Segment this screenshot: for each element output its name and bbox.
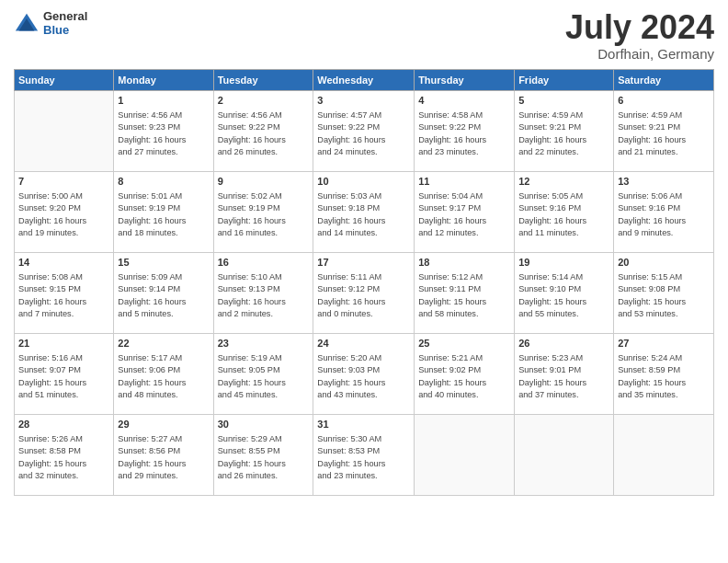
header: General Blue July 2024 Dorfhain, Germany <box>14 9 714 62</box>
calendar-day-cell: 1Sunrise: 4:56 AM Sunset: 9:23 PM Daylig… <box>114 90 213 171</box>
day-info: Sunrise: 5:26 AM Sunset: 8:58 PM Dayligh… <box>18 433 109 482</box>
calendar-day-cell: 5Sunrise: 4:59 AM Sunset: 9:21 PM Daylig… <box>515 90 614 171</box>
logo-blue: Blue <box>43 23 87 37</box>
calendar-week-row: 14Sunrise: 5:08 AM Sunset: 9:15 PM Dayli… <box>15 252 714 333</box>
day-info: Sunrise: 4:58 AM Sunset: 9:22 PM Dayligh… <box>418 109 510 158</box>
calendar-day-cell: 14Sunrise: 5:08 AM Sunset: 9:15 PM Dayli… <box>15 252 114 333</box>
calendar-day-cell: 8Sunrise: 5:01 AM Sunset: 9:19 PM Daylig… <box>114 171 213 252</box>
day-number: 29 <box>118 418 209 431</box>
day-info: Sunrise: 5:02 AM Sunset: 9:19 PM Dayligh… <box>218 190 310 239</box>
day-number: 4 <box>418 94 510 108</box>
day-number: 10 <box>317 175 410 189</box>
day-number: 6 <box>618 94 710 108</box>
day-info: Sunrise: 4:59 AM Sunset: 9:21 PM Dayligh… <box>518 109 609 158</box>
day-number: 21 <box>18 337 109 350</box>
day-number: 30 <box>218 418 310 431</box>
day-info: Sunrise: 5:30 AM Sunset: 8:53 PM Dayligh… <box>317 433 410 482</box>
day-number: 25 <box>418 337 510 350</box>
day-info: Sunrise: 5:08 AM Sunset: 9:15 PM Dayligh… <box>18 271 109 320</box>
day-number: 20 <box>618 256 710 270</box>
calendar-day-cell: 17Sunrise: 5:11 AM Sunset: 9:12 PM Dayli… <box>313 252 415 333</box>
calendar-container: General Blue July 2024 Dorfhain, Germany… <box>0 0 728 563</box>
weekday-header: Monday <box>114 69 213 90</box>
calendar-day-cell: 4Sunrise: 4:58 AM Sunset: 9:22 PM Daylig… <box>415 90 515 171</box>
calendar-day-cell: 22Sunrise: 5:17 AM Sunset: 9:06 PM Dayli… <box>114 333 213 414</box>
day-number: 14 <box>18 256 109 270</box>
logo-icon <box>14 10 40 36</box>
calendar-day-cell: 9Sunrise: 5:02 AM Sunset: 9:19 PM Daylig… <box>213 171 313 252</box>
calendar-day-cell: 3Sunrise: 4:57 AM Sunset: 9:22 PM Daylig… <box>313 90 415 171</box>
calendar-day-cell <box>15 90 114 171</box>
calendar-day-cell: 30Sunrise: 5:29 AM Sunset: 8:55 PM Dayli… <box>213 414 313 495</box>
day-number: 3 <box>317 94 410 108</box>
calendar-day-cell: 6Sunrise: 4:59 AM Sunset: 9:21 PM Daylig… <box>614 90 714 171</box>
day-info: Sunrise: 5:01 AM Sunset: 9:19 PM Dayligh… <box>118 190 209 239</box>
day-number: 1 <box>118 94 209 108</box>
day-number: 23 <box>218 337 310 350</box>
day-number: 16 <box>218 256 310 270</box>
day-info: Sunrise: 5:24 AM Sunset: 8:59 PM Dayligh… <box>618 352 710 401</box>
day-info: Sunrise: 5:19 AM Sunset: 9:05 PM Dayligh… <box>218 352 310 401</box>
location: Dorfhain, Germany <box>565 46 714 62</box>
day-number: 12 <box>518 175 609 189</box>
calendar-week-row: 21Sunrise: 5:16 AM Sunset: 9:07 PM Dayli… <box>15 333 714 414</box>
calendar-day-cell: 31Sunrise: 5:30 AM Sunset: 8:53 PM Dayli… <box>313 414 415 495</box>
day-info: Sunrise: 5:29 AM Sunset: 8:55 PM Dayligh… <box>218 433 310 482</box>
weekday-header-row: SundayMondayTuesdayWednesdayThursdayFrid… <box>15 69 714 90</box>
calendar-day-cell: 2Sunrise: 4:56 AM Sunset: 9:22 PM Daylig… <box>213 90 313 171</box>
day-info: Sunrise: 4:56 AM Sunset: 9:22 PM Dayligh… <box>218 109 310 158</box>
calendar-day-cell <box>415 414 515 495</box>
calendar-day-cell: 19Sunrise: 5:14 AM Sunset: 9:10 PM Dayli… <box>515 252 614 333</box>
calendar-day-cell: 26Sunrise: 5:23 AM Sunset: 9:01 PM Dayli… <box>515 333 614 414</box>
day-number: 27 <box>618 337 710 350</box>
day-info: Sunrise: 5:06 AM Sunset: 9:16 PM Dayligh… <box>618 190 710 239</box>
weekday-header: Tuesday <box>213 69 313 90</box>
calendar-day-cell <box>515 414 614 495</box>
calendar-day-cell: 16Sunrise: 5:10 AM Sunset: 9:13 PM Dayli… <box>213 252 313 333</box>
day-number: 7 <box>18 175 109 189</box>
day-number: 19 <box>518 256 609 270</box>
day-number: 22 <box>118 337 209 350</box>
day-number: 17 <box>317 256 410 270</box>
day-number: 11 <box>418 175 510 189</box>
calendar-week-row: 28Sunrise: 5:26 AM Sunset: 8:58 PM Dayli… <box>15 414 714 495</box>
day-info: Sunrise: 5:15 AM Sunset: 9:08 PM Dayligh… <box>618 271 710 320</box>
day-number: 24 <box>317 337 410 350</box>
calendar-day-cell: 21Sunrise: 5:16 AM Sunset: 9:07 PM Dayli… <box>15 333 114 414</box>
day-info: Sunrise: 5:09 AM Sunset: 9:14 PM Dayligh… <box>118 271 209 320</box>
day-number: 15 <box>118 256 209 270</box>
weekday-header: Saturday <box>614 69 714 90</box>
day-info: Sunrise: 5:21 AM Sunset: 9:02 PM Dayligh… <box>418 352 510 401</box>
weekday-header: Wednesday <box>313 69 415 90</box>
title-block: July 2024 Dorfhain, Germany <box>565 9 714 62</box>
calendar-day-cell: 27Sunrise: 5:24 AM Sunset: 8:59 PM Dayli… <box>614 333 714 414</box>
day-info: Sunrise: 5:20 AM Sunset: 9:03 PM Dayligh… <box>317 352 410 401</box>
day-info: Sunrise: 5:10 AM Sunset: 9:13 PM Dayligh… <box>218 271 310 320</box>
calendar-day-cell: 20Sunrise: 5:15 AM Sunset: 9:08 PM Dayli… <box>614 252 714 333</box>
weekday-header: Thursday <box>415 69 515 90</box>
day-info: Sunrise: 5:04 AM Sunset: 9:17 PM Dayligh… <box>418 190 510 239</box>
day-info: Sunrise: 5:23 AM Sunset: 9:01 PM Dayligh… <box>518 352 609 401</box>
day-info: Sunrise: 4:57 AM Sunset: 9:22 PM Dayligh… <box>317 109 410 158</box>
day-info: Sunrise: 5:17 AM Sunset: 9:06 PM Dayligh… <box>118 352 209 401</box>
calendar-day-cell: 15Sunrise: 5:09 AM Sunset: 9:14 PM Dayli… <box>114 252 213 333</box>
day-number: 28 <box>18 418 109 431</box>
day-info: Sunrise: 5:05 AM Sunset: 9:16 PM Dayligh… <box>518 190 609 239</box>
weekday-header: Friday <box>515 69 614 90</box>
day-number: 13 <box>618 175 710 189</box>
calendar-day-cell: 18Sunrise: 5:12 AM Sunset: 9:11 PM Dayli… <box>415 252 515 333</box>
calendar-day-cell: 28Sunrise: 5:26 AM Sunset: 8:58 PM Dayli… <box>15 414 114 495</box>
calendar-table: SundayMondayTuesdayWednesdayThursdayFrid… <box>14 69 714 496</box>
logo: General Blue <box>14 9 87 37</box>
day-info: Sunrise: 4:59 AM Sunset: 9:21 PM Dayligh… <box>618 109 710 158</box>
day-number: 5 <box>518 94 609 108</box>
calendar-day-cell: 12Sunrise: 5:05 AM Sunset: 9:16 PM Dayli… <box>515 171 614 252</box>
day-number: 2 <box>218 94 310 108</box>
calendar-week-row: 7Sunrise: 5:00 AM Sunset: 9:20 PM Daylig… <box>15 171 714 252</box>
calendar-day-cell: 29Sunrise: 5:27 AM Sunset: 8:56 PM Dayli… <box>114 414 213 495</box>
logo-text: General Blue <box>43 9 87 37</box>
calendar-day-cell <box>614 414 714 495</box>
day-info: Sunrise: 4:56 AM Sunset: 9:23 PM Dayligh… <box>118 109 209 158</box>
day-number: 31 <box>317 418 410 431</box>
month-year: July 2024 <box>565 9 714 46</box>
